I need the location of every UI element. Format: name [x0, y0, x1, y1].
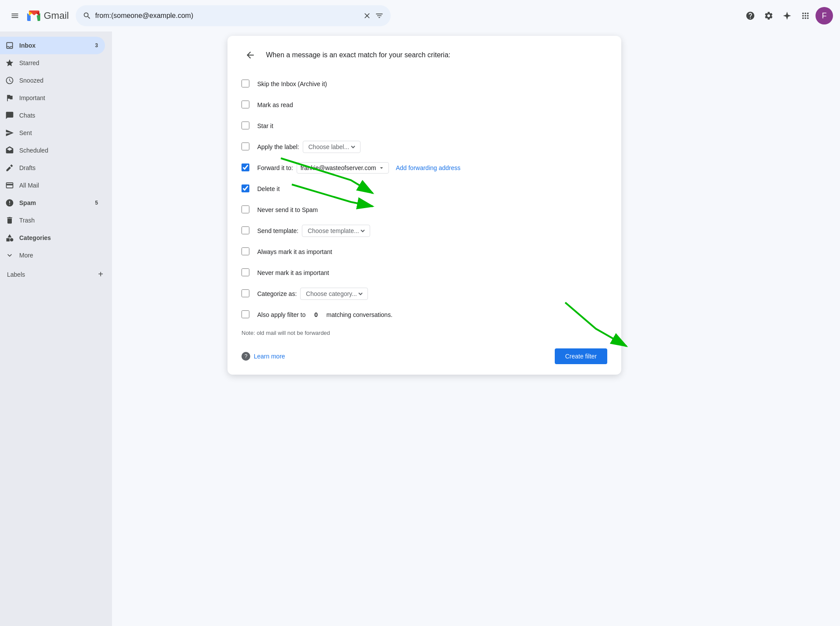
forward-email-dropdown[interactable]: frankie@wasteofserver.com [297, 162, 389, 174]
trash-label: Trash [19, 217, 98, 224]
trash-icon [5, 216, 14, 225]
search-input[interactable] [95, 12, 359, 20]
also-apply-text: Also apply filter to 0 matching conversa… [257, 311, 392, 318]
forward-it-label: Forward it to: frankie@wasteofserver.com… [257, 162, 461, 174]
category-select[interactable]: Choose category... [304, 290, 364, 298]
mark-read-checkbox-wrapper[interactable] [242, 101, 250, 109]
categorize-as-checkbox[interactable] [242, 289, 249, 297]
star-it-checkbox-wrapper[interactable] [242, 122, 250, 130]
never-spam-checkbox[interactable] [242, 205, 249, 213]
learn-more-help-icon[interactable]: ? [242, 352, 250, 361]
inbox-count: 3 [95, 42, 98, 49]
apply-label-checkbox-wrapper[interactable] [242, 143, 250, 151]
also-apply-checkbox[interactable] [242, 310, 249, 318]
sidebar-item-drafts[interactable]: Drafts [0, 159, 105, 177]
send-template-checkbox-wrapper[interactable] [242, 226, 250, 235]
filter-options: Skip the Inbox (Archive it) Mark as read… [242, 74, 607, 324]
never-spam-label: Never send it to Spam [257, 206, 318, 213]
sidebar-item-snoozed[interactable]: Snoozed [0, 72, 105, 89]
scheduled-label: Scheduled [19, 147, 98, 154]
add-label-button[interactable]: + [96, 269, 105, 279]
never-important-label: Never mark it as important [257, 269, 329, 276]
star-it-checkbox[interactable] [242, 122, 249, 129]
filter-row-skip-inbox: Skip the Inbox (Archive it) [242, 74, 607, 94]
filter-row-never-important: Never mark it as important [242, 263, 607, 282]
sidebar-item-important[interactable]: Important [0, 89, 105, 107]
apply-label-dropdown[interactable]: Choose label... [303, 141, 360, 153]
sidebar-item-inbox[interactable]: Inbox 3 [0, 37, 105, 54]
sidebar-item-starred[interactable]: Starred [0, 54, 105, 72]
filter-row-categorize-as: Categorize as: Choose category... [242, 284, 607, 303]
search-icon-button[interactable] [83, 11, 91, 20]
forward-it-checkbox[interactable] [242, 163, 249, 171]
never-spam-checkbox-wrapper[interactable] [242, 205, 250, 214]
sidebar-item-more[interactable]: More [0, 247, 105, 264]
search-clear-button[interactable] [363, 11, 371, 20]
learn-more-link[interactable]: Learn more [254, 353, 285, 360]
all-mail-icon [5, 181, 14, 190]
starred-icon [5, 59, 14, 67]
apply-label-text: Apply the label: Choose label... [257, 141, 360, 153]
also-apply-checkbox-wrapper[interactable] [242, 310, 250, 319]
never-important-checkbox[interactable] [242, 268, 249, 276]
more-label: More [19, 252, 98, 259]
hamburger-menu-button[interactable] [7, 8, 23, 24]
inbox-label: Inbox [19, 42, 95, 49]
categories-label: Categories [19, 234, 98, 241]
always-important-checkbox-wrapper[interactable] [242, 247, 250, 256]
forwarding-note: Note: old mail will not be forwarded [242, 328, 607, 338]
filter-row-mark-read: Mark as read [242, 95, 607, 115]
filter-dialog: When a message is an exact match for you… [228, 36, 621, 375]
sidebar-item-chats[interactable]: Chats [0, 107, 105, 124]
scheduled-icon [5, 146, 14, 155]
filter-row-apply-label: Apply the label: Choose label... [242, 137, 607, 156]
google-apps-button[interactable] [797, 7, 814, 24]
apply-label-select[interactable]: Choose label... [307, 143, 357, 151]
more-chevron-icon [5, 251, 14, 260]
never-important-checkbox-wrapper[interactable] [242, 268, 250, 277]
apply-label-checkbox[interactable] [242, 143, 249, 150]
star-it-label: Star it [257, 122, 273, 129]
search-filter-button[interactable] [375, 11, 384, 20]
spam-label: Spam [19, 199, 95, 206]
send-template-checkbox[interactable] [242, 226, 249, 234]
template-dropdown[interactable]: Choose template... [302, 225, 370, 237]
filter-row-star-it: Star it [242, 116, 607, 136]
forward-it-checkbox-wrapper[interactable] [242, 163, 250, 172]
drafts-icon [5, 163, 14, 172]
send-template-text: Send template: Choose template... [257, 225, 370, 237]
sidebar-item-all-mail[interactable]: All Mail [0, 177, 105, 194]
sidebar-item-trash[interactable]: Trash [0, 212, 105, 229]
gmail-logo: Gmail [26, 8, 69, 24]
always-important-checkbox[interactable] [242, 247, 249, 255]
help-button[interactable] [742, 7, 759, 24]
forward-dropdown-arrow-icon [378, 164, 385, 171]
category-dropdown[interactable]: Choose category... [300, 288, 368, 300]
skip-inbox-checkbox-wrapper[interactable] [242, 80, 250, 88]
categorize-as-checkbox-wrapper[interactable] [242, 289, 250, 298]
filter-row-also-apply: Also apply filter to 0 matching conversa… [242, 305, 607, 324]
filter-row-always-important: Always mark it as important [242, 242, 607, 261]
skip-inbox-label: Skip the Inbox (Archive it) [257, 80, 327, 87]
labels-section-header: Labels + [0, 264, 112, 281]
filter-row-send-template: Send template: Choose template... [242, 221, 607, 240]
drafts-label: Drafts [19, 164, 98, 171]
ai-sparkle-button[interactable] [779, 7, 795, 24]
settings-button[interactable] [760, 7, 777, 24]
skip-inbox-checkbox[interactable] [242, 80, 249, 87]
delete-it-checkbox-wrapper[interactable] [242, 184, 250, 193]
mark-read-checkbox[interactable] [242, 101, 249, 108]
template-select[interactable]: Choose template... [306, 227, 366, 235]
sidebar-item-scheduled[interactable]: Scheduled [0, 142, 105, 159]
back-button[interactable] [242, 46, 259, 64]
delete-it-checkbox[interactable] [242, 184, 249, 192]
user-avatar-button[interactable]: F [816, 7, 833, 24]
sidebar-item-categories[interactable]: Categories [0, 229, 105, 247]
sidebar-item-spam[interactable]: Spam 5 [0, 194, 105, 212]
sidebar-item-sent[interactable]: Sent [0, 124, 105, 142]
add-forwarding-address-link[interactable]: Add forwarding address [396, 164, 461, 171]
main-content: When a message is an exact match for you… [224, 31, 840, 626]
filter-row-never-spam: Never send it to Spam [242, 200, 607, 219]
create-filter-button[interactable]: Create filter [555, 348, 607, 364]
dialog-footer: ? Learn more Create filter [242, 345, 607, 364]
